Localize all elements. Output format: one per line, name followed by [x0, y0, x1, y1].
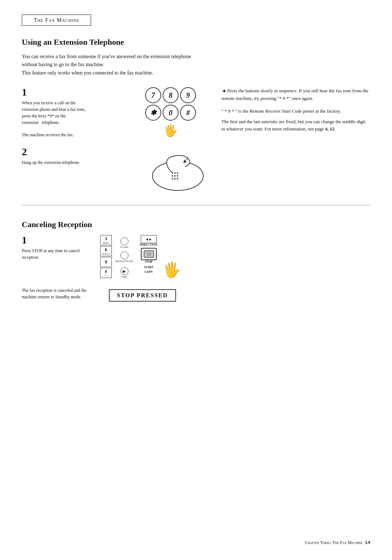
- stop-label: STOP: [145, 260, 152, 263]
- circle-redial: [121, 251, 128, 259]
- circle-ohd-label: OHD: [122, 275, 127, 278]
- step2-phone-image: [145, 147, 211, 194]
- header-box: The Fax Machine: [22, 15, 91, 26]
- phone-svg: [145, 147, 211, 194]
- direction-label: DIRECTION: [140, 243, 158, 246]
- step2-description: Hang up the extension telephone.: [22, 159, 87, 166]
- svg-point-1: [172, 172, 173, 174]
- circle-redial-row: REDIAL/PAUSE: [115, 251, 133, 263]
- cancel-key-hash: # * ?: [100, 268, 112, 278]
- circle-flash: [121, 237, 128, 245]
- cancel-step1-number: 1: [22, 235, 94, 245]
- header-title: The Fax Machine: [34, 17, 79, 23]
- step2-row: 2 Hang up the extension telephone.: [22, 147, 370, 194]
- footer-page: 3.9: [365, 540, 370, 545]
- cancel-step1-row: 1 Press STOP at any time to cancel recep…: [22, 235, 370, 278]
- cancel-keypad-panel: 3 MNO 6 WXY2 9 #: [100, 235, 181, 278]
- keyhash-symbol: #: [105, 269, 107, 274]
- key3-label: MNO: [103, 242, 109, 245]
- stop-pressed-box: STOP PRESSED: [109, 289, 176, 302]
- start-label: START: [144, 266, 154, 269]
- intro-line1: You can receive a fax from someone if yo…: [22, 54, 191, 59]
- cancel-key-9: 9: [100, 257, 112, 267]
- svg-point-4: [172, 175, 173, 177]
- finger-icon: 🖐: [163, 124, 178, 137]
- intro-line2: without having to go to the fax machine.: [22, 62, 104, 67]
- section1-title: Using an Extension Telephone: [22, 37, 370, 47]
- key-star: ✱: [145, 105, 161, 121]
- step1-note: The machine receives the fax.: [22, 132, 87, 138]
- svg-point-9: [177, 178, 178, 180]
- cancel-note: The fax reception is canceled and the ma…: [22, 287, 94, 300]
- direction-btn-row: ◄► DIRECTION: [140, 235, 158, 246]
- svg-point-3: [177, 172, 178, 174]
- svg-point-6: [177, 175, 178, 177]
- arrow-icon: ◄: [221, 88, 226, 93]
- cancel-key-3: 3 MNO: [100, 235, 112, 245]
- stop-btn-row: STOP: [140, 248, 158, 263]
- circle-flash-row: FLASH: [115, 237, 133, 249]
- step1-left: 1 When you receive a call on the extensi…: [22, 87, 145, 138]
- key-9: 9: [180, 87, 196, 103]
- keypad-grid: 7 8 9 ✱ 0 #: [145, 87, 196, 121]
- key-hash: #: [180, 105, 196, 121]
- section2-title: Canceling Reception: [22, 220, 370, 229]
- section-divider: [22, 205, 370, 205]
- circle-ohd-row: ▶| OHD: [115, 267, 133, 278]
- cancel-key-6: 6 WXY2: [100, 246, 112, 256]
- step1-description: When you receive a call on the extension…: [22, 100, 87, 126]
- cancel-key-6-row: 6 WXY2: [100, 246, 112, 256]
- svg-point-8: [174, 178, 176, 180]
- key-0: 0: [163, 105, 179, 121]
- key-8: 8: [163, 87, 179, 103]
- right-note2: " * 9 * " is the Remote Receive Start Co…: [221, 108, 370, 115]
- circle-redial-label: REDIAL/PAUSE: [115, 260, 133, 263]
- footer-text: Chapter Three: The Fax Machine: [305, 540, 363, 545]
- svg-point-7: [172, 178, 173, 180]
- cancel-col-circles: FLASH REDIAL/PAUSE ▶| OHD: [115, 236, 133, 278]
- right-note1: ◄ Press the buttons slowly in sequence. …: [221, 87, 370, 102]
- circle-ohd: ▶|: [121, 267, 128, 275]
- section-extension-telephone: Using an Extension Telephone You can rec…: [22, 37, 370, 194]
- copy-label: COPY: [144, 270, 153, 274]
- cancel-key-9-row: 9: [100, 257, 112, 267]
- intro-text: You can receive a fax from someone if yo…: [22, 53, 276, 77]
- svg-point-5: [174, 175, 176, 177]
- step1-right-notes: ◄ Press the buttons slowly in sequence. …: [211, 87, 370, 133]
- svg-rect-12: [146, 252, 151, 256]
- cancel-key-3-row: 3 MNO: [100, 235, 112, 245]
- step2-number: 2: [22, 147, 145, 157]
- key6-number: 6: [105, 247, 107, 253]
- cancel-col-right-buttons: ◄► DIRECTION STOP START: [140, 235, 158, 274]
- step1-row: 1 When you receive a call on the extensi…: [22, 87, 370, 138]
- keyhash-label: * ?: [104, 274, 107, 277]
- step1-keypad-image: 7 8 9 ✱ 0 # 🖐: [145, 87, 211, 137]
- step2-left: 2 Hang up the extension telephone.: [22, 147, 145, 166]
- circle-flash-label: FLASH: [120, 246, 128, 249]
- cancel-bottom-row: The fax reception is canceled and the ma…: [22, 286, 370, 302]
- cancel-step1-left: 1 Press STOP at any time to cancel recep…: [22, 235, 94, 261]
- cancel-finger-icon: 🖐: [163, 261, 181, 278]
- cancel-step1-desc: Press STOP at any time to cancel recepti…: [22, 247, 87, 261]
- page-footer: Chapter Three: The Fax Machine 3.9: [305, 540, 370, 545]
- cancel-col-keys: 3 MNO 6 WXY2 9 #: [100, 235, 112, 278]
- start-label-row: START: [140, 265, 158, 269]
- key9-number: 9: [105, 259, 107, 265]
- svg-point-2: [174, 172, 176, 174]
- cancel-key-hash-row: # * ?: [100, 268, 112, 278]
- key3-number: 3: [105, 236, 107, 242]
- step1-number: 1: [22, 87, 145, 97]
- section-canceling-reception: Canceling Reception 1 Press STOP at any …: [22, 220, 370, 302]
- copy-label-row: COPY: [140, 270, 158, 274]
- direction-btn: ◄►: [141, 235, 157, 243]
- right-note3: The first and the last asterisks are fix…: [221, 118, 370, 133]
- key6-label: WXY2: [102, 253, 110, 255]
- stop-btn-illus: [141, 248, 157, 260]
- intro-line3: This feature only works when you connect…: [22, 70, 154, 76]
- key-7: 7: [145, 87, 161, 103]
